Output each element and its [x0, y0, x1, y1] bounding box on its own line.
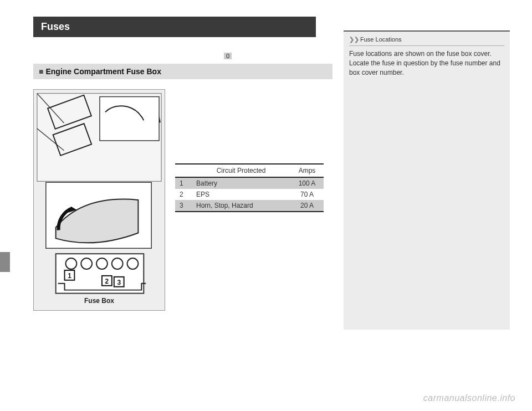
cell-num: 2 — [175, 189, 192, 200]
cell-circuit: EPS — [192, 189, 290, 200]
overheating-crossref: 0 — [222, 53, 332, 59]
chevron-right-icon: ❯❯ — [349, 36, 359, 43]
subsection-title: Engine Compartment Fuse Box — [45, 67, 161, 76]
info-header: ❯❯Fuse Locations — [349, 36, 504, 46]
fuse-table: Circuit Protected Amps 1 Battery 100 A — [175, 163, 324, 212]
fuse-box-svg: 1 2 3 — [34, 90, 165, 310]
cell-amps: 70 A — [290, 189, 324, 200]
svg-text:1: 1 — [68, 272, 71, 280]
table-stack: Circuit Protected Amps 1 Battery 100 A — [175, 89, 324, 212]
page-title: Fuses — [41, 21, 70, 32]
info-sidebar: ❯❯Fuse Locations Fuse locations are show… — [344, 30, 510, 330]
col-header-amps: Amps — [290, 164, 324, 177]
content-row: 0 ■Engine Compartment Fuse Box — [33, 53, 510, 330]
info-header-text: Fuse Locations — [360, 36, 402, 43]
col-header-circuit: Circuit Protected — [192, 164, 290, 177]
svg-rect-6 — [100, 97, 159, 141]
located-near-text — [175, 89, 324, 97]
table-row: 1 Battery 100 A — [175, 177, 324, 189]
info-text: Fuse locations are shown on the fuse box… — [349, 49, 504, 77]
side-tab-marker — [0, 252, 10, 272]
subsection-header: ■Engine Compartment Fuse Box — [33, 64, 332, 79]
watermark: carmanualsonline.info — [423, 393, 515, 403]
subsection-marker-icon: ■ — [39, 67, 43, 76]
cell-amps: 100 A — [290, 177, 324, 189]
cell-num: 3 — [175, 200, 192, 212]
fuse-box-diagram: 1 2 3 Fuse Box — [33, 89, 165, 311]
cell-amps: 20 A — [290, 200, 324, 212]
cell-num: 1 — [175, 177, 192, 189]
table-header-row: Circuit Protected Amps — [175, 164, 324, 177]
diagram-table-row: 1 2 3 Fuse Box — [33, 89, 332, 311]
left-column: 0 ■Engine Compartment Fuse Box — [33, 53, 332, 330]
table-row: 3 Horn, Stop, Hazard 20 A — [175, 200, 324, 212]
page-ref-badge: 0 — [224, 53, 232, 59]
cell-circuit: Horn, Stop, Hazard — [192, 200, 290, 212]
cell-circuit: Battery — [192, 177, 290, 189]
svg-text:2: 2 — [105, 278, 109, 285]
page-title-bar: Fuses — [33, 17, 316, 37]
fuse-box-caption: Fuse Box — [34, 297, 165, 305]
col-header-num — [175, 164, 192, 177]
table-row: 2 EPS 70 A — [175, 189, 324, 200]
svg-text:3: 3 — [117, 279, 121, 286]
